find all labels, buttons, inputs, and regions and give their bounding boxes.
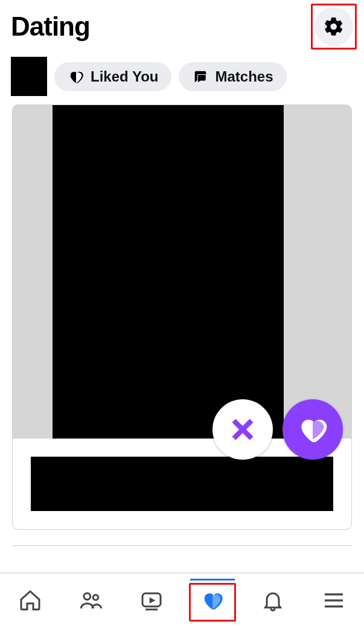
heart-outline-icon	[68, 68, 85, 85]
section-divider	[12, 545, 352, 546]
dating-heart-icon	[200, 588, 225, 613]
header: Dating	[0, 0, 364, 46]
svg-point-3	[93, 594, 98, 600]
bell-icon	[261, 588, 285, 613]
watch-icon	[139, 588, 164, 613]
home-icon	[18, 588, 42, 613]
profile-card[interactable]	[12, 104, 352, 530]
settings-wrap	[315, 7, 353, 46]
gear-icon	[323, 16, 345, 37]
matches-chip[interactable]: Matches	[179, 62, 286, 91]
tab-dating[interactable]	[185, 579, 240, 622]
chat-bubbles-icon	[192, 68, 209, 85]
tab-notifications[interactable]	[246, 579, 300, 622]
profile-name-redacted	[31, 457, 333, 511]
liked-you-label: Liked You	[91, 68, 158, 85]
tab-watch[interactable]	[124, 579, 179, 622]
heart-icon	[296, 413, 330, 446]
tab-friends[interactable]	[64, 579, 118, 622]
profile-avatar[interactable]	[11, 57, 47, 96]
svg-point-2	[84, 593, 91, 600]
active-tab-indicator	[190, 579, 235, 580]
tab-home[interactable]	[3, 579, 57, 622]
bottom-tab-bar	[0, 573, 364, 627]
page-title: Dating	[11, 11, 90, 42]
tab-menu[interactable]	[307, 579, 361, 622]
chip-row: Liked You Matches	[0, 46, 364, 104]
x-icon	[228, 414, 258, 445]
profile-photo-redacted	[53, 105, 284, 448]
card-area	[0, 104, 364, 530]
friends-icon	[79, 588, 103, 613]
like-button[interactable]	[283, 399, 343, 460]
liked-you-chip[interactable]: Liked You	[54, 62, 171, 91]
matches-label: Matches	[215, 68, 273, 85]
settings-button[interactable]	[315, 7, 353, 46]
reject-button[interactable]	[212, 399, 273, 460]
dating-screen: Dating Liked You Matches	[0, 0, 364, 627]
hamburger-icon	[322, 588, 346, 613]
